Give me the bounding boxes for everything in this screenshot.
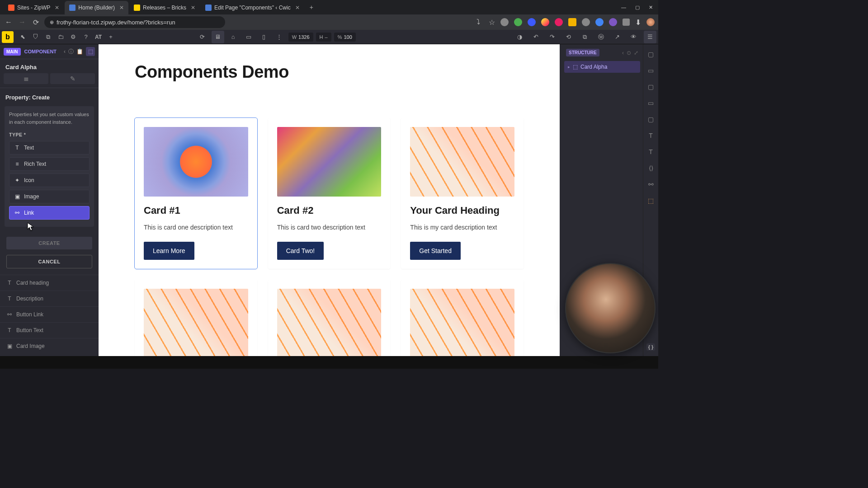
extension-icon[interactable] bbox=[595, 18, 604, 26]
nav-reload-icon[interactable]: ⟳ bbox=[31, 17, 41, 27]
panel-tab-content-icon[interactable]: ≣ bbox=[4, 73, 48, 84]
window-minimize-icon[interactable]: — bbox=[621, 5, 626, 10]
extensions-menu-icon[interactable] bbox=[623, 19, 630, 26]
card-component[interactable] bbox=[268, 280, 391, 356]
history-icon[interactable]: ⟲ bbox=[562, 31, 575, 43]
card-description[interactable]: This is card one description text bbox=[144, 224, 248, 231]
open-frontend-icon[interactable]: ↗ bbox=[611, 31, 624, 43]
vt-text-icon[interactable]: T bbox=[646, 131, 656, 140]
cancel-button[interactable]: CANCEL bbox=[6, 255, 92, 268]
close-tab-icon[interactable]: ✕ bbox=[295, 5, 300, 11]
canvas-width-field[interactable]: W 1326 bbox=[288, 33, 313, 42]
card-description[interactable]: This is my card description text bbox=[410, 224, 514, 231]
extension-icon[interactable] bbox=[609, 18, 617, 26]
card-heading[interactable]: Card #2 bbox=[277, 205, 382, 216]
vt-section-icon[interactable]: ▭ bbox=[646, 66, 656, 75]
card-image[interactable] bbox=[410, 289, 514, 356]
breakpoint-more-icon[interactable]: ⋮ bbox=[273, 31, 286, 43]
structure-nav-back-icon[interactable]: ‹ bbox=[622, 50, 624, 56]
card-heading[interactable]: Card #1 bbox=[144, 205, 248, 216]
card-image[interactable] bbox=[277, 289, 382, 356]
breakpoint-mobile-icon[interactable]: ▯ bbox=[258, 31, 270, 43]
close-tab-icon[interactable]: ✕ bbox=[119, 5, 124, 11]
window-maximize-icon[interactable]: ▢ bbox=[635, 5, 640, 10]
card-component[interactable] bbox=[135, 280, 257, 356]
property-type-option[interactable]: ⚯ Link bbox=[9, 206, 90, 220]
extension-icon[interactable] bbox=[555, 18, 563, 26]
close-tab-icon[interactable]: ✕ bbox=[191, 5, 195, 11]
structure-toggle-icon[interactable]: ☰ bbox=[644, 31, 656, 43]
extension-icon[interactable] bbox=[582, 18, 590, 26]
preview-eye-icon[interactable]: 👁 bbox=[627, 31, 640, 43]
wordpress-icon[interactable]: ⓦ bbox=[595, 31, 608, 43]
panel-nav-back-icon[interactable]: ‹ bbox=[64, 48, 66, 55]
settings-gear-icon[interactable]: ⚙ bbox=[67, 31, 80, 43]
at-indicator[interactable]: AT bbox=[92, 34, 104, 40]
add-element-icon[interactable]: + bbox=[104, 31, 117, 43]
browser-tab[interactable]: Releases – Bricks ✕ bbox=[129, 1, 200, 14]
property-type-option[interactable]: T Text bbox=[9, 141, 90, 155]
canvas-zoom-field[interactable]: % 100 bbox=[334, 33, 356, 42]
existing-property-row[interactable]: T Description bbox=[0, 291, 99, 306]
card-image[interactable] bbox=[410, 127, 514, 197]
card-component[interactable] bbox=[401, 280, 524, 356]
extension-icon[interactable] bbox=[500, 18, 509, 26]
vt-code-icon[interactable]: ⟨⟩ bbox=[646, 164, 656, 173]
card-component[interactable]: Card #2 This is card two description tex… bbox=[268, 118, 391, 269]
profile-avatar[interactable] bbox=[646, 18, 655, 26]
canvas[interactable]: Components Demo Card #1 This is card one… bbox=[99, 44, 560, 356]
create-button[interactable]: CREATE bbox=[6, 237, 92, 249]
site-info-icon[interactable]: ⊕ bbox=[50, 19, 54, 25]
existing-property-row[interactable]: ▣ Card Image bbox=[0, 338, 99, 354]
structure-target-icon[interactable]: ⊙ bbox=[627, 50, 631, 56]
chevron-right-icon[interactable]: ▸ bbox=[568, 65, 570, 69]
panel-tab-style-icon[interactable]: ✎ bbox=[50, 73, 95, 84]
shield-icon[interactable]: ⛉ bbox=[29, 31, 42, 43]
vt-div-icon[interactable]: ▭ bbox=[646, 99, 656, 108]
page-title[interactable]: Components Demo bbox=[135, 62, 524, 82]
card-image[interactable] bbox=[144, 289, 248, 356]
folder-icon[interactable]: 🗀 bbox=[54, 31, 67, 43]
browser-tab[interactable]: Edit Page "Components" ‹ Cwic ✕ bbox=[201, 1, 304, 14]
vt-box-icon[interactable]: ▢ bbox=[646, 115, 656, 124]
breakpoint-desktop-icon[interactable]: 🖥 bbox=[212, 31, 224, 43]
property-type-option[interactable]: ✦ Icon bbox=[9, 174, 90, 187]
install-app-icon[interactable]: ⤵ bbox=[473, 17, 483, 27]
redo-icon[interactable]: ↷ bbox=[546, 31, 559, 43]
canvas-height-field[interactable]: H – bbox=[316, 33, 331, 42]
existing-property-row[interactable]: ⚯ Button Link bbox=[0, 306, 99, 322]
panel-component-icon[interactable]: ⬚ bbox=[86, 47, 95, 56]
vt-component-icon[interactable]: ⬚ bbox=[646, 196, 656, 205]
color-picker-icon[interactable]: ◑ bbox=[514, 31, 526, 43]
structure-expand-icon[interactable]: ⤢ bbox=[634, 50, 638, 56]
window-close-icon[interactable]: ✕ bbox=[649, 5, 653, 10]
vt-link-icon[interactable]: ⚯ bbox=[646, 180, 656, 189]
card-component[interactable]: Your Card Heading This is my card descri… bbox=[401, 118, 524, 269]
url-input[interactable]: ⊕ frothy-florian-tcd.zipwp.dev/home/?bri… bbox=[44, 16, 225, 28]
breakpoint-laptop-icon[interactable]: ⌂ bbox=[227, 31, 240, 43]
undo-icon[interactable]: ↶ bbox=[530, 31, 542, 43]
pointer-tool-icon[interactable]: ⬉ bbox=[16, 31, 29, 43]
structure-tree-item[interactable]: ▸ ⬚ Card Alpha bbox=[564, 61, 640, 73]
existing-property-row[interactable]: T Card heading bbox=[0, 275, 99, 291]
card-description[interactable]: This is card two description text bbox=[277, 224, 382, 231]
sync-icon[interactable]: ⟳ bbox=[196, 31, 209, 43]
nav-back-icon[interactable]: ← bbox=[4, 17, 14, 27]
help-icon[interactable]: ? bbox=[80, 31, 92, 43]
panel-info-icon[interactable]: ⓘ bbox=[68, 48, 74, 56]
property-type-option[interactable]: ▣ Image bbox=[9, 190, 90, 203]
vt-container-icon[interactable]: ▢ bbox=[646, 50, 656, 59]
card-heading[interactable]: Your Card Heading bbox=[410, 205, 514, 216]
card-component[interactable]: Card #1 This is card one description tex… bbox=[135, 118, 257, 269]
card-button[interactable]: Learn More bbox=[144, 242, 194, 260]
vt-css-badge[interactable]: { } bbox=[646, 343, 656, 351]
property-type-option[interactable]: ≡ Rich Text bbox=[9, 157, 90, 171]
extension-icon[interactable] bbox=[514, 18, 522, 26]
extension-icon[interactable] bbox=[528, 18, 536, 26]
browser-tab[interactable]: Home (Builder) ✕ bbox=[65, 1, 128, 14]
bookmark-star-icon[interactable]: ☆ bbox=[487, 17, 497, 27]
browser-tab[interactable]: Sites - ZipWP ✕ bbox=[4, 1, 64, 14]
panel-clipboard-icon[interactable]: 📋 bbox=[76, 48, 83, 55]
vt-block-icon[interactable]: ▢ bbox=[646, 82, 656, 91]
nav-forward-icon[interactable]: → bbox=[17, 17, 27, 27]
